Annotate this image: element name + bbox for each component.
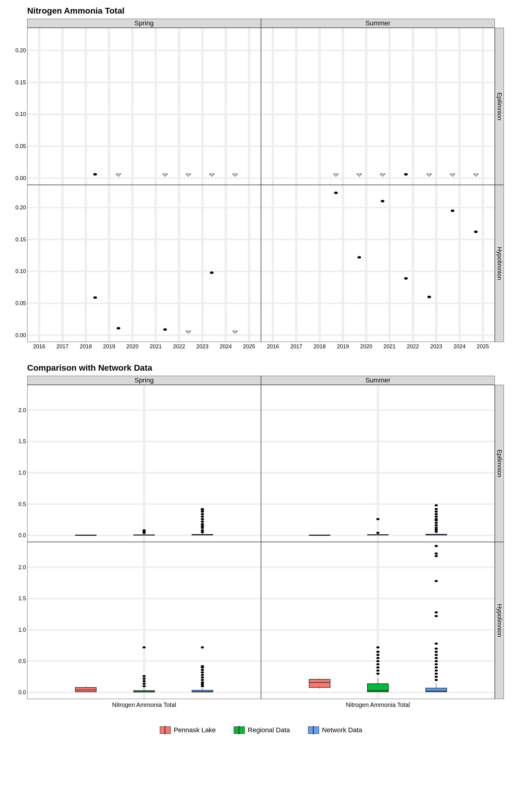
svg-point-161 (143, 675, 146, 677)
xcat-summer: Nitrogen Ammonia Total (261, 702, 495, 708)
svg-point-204 (435, 669, 438, 672)
bottom-title: Comparison with Network Data (27, 363, 516, 373)
svg-point-160 (143, 677, 146, 680)
svg-point-79 (334, 191, 338, 194)
svg-point-115 (201, 508, 204, 510)
svg-point-81 (381, 200, 384, 202)
svg-marker-36 (334, 174, 338, 177)
legend-regional: Regional Data (234, 726, 290, 734)
col-strip-summer: Summer (261, 19, 495, 28)
svg-point-142 (435, 510, 438, 513)
svg-point-134 (435, 529, 438, 531)
bottom-grid: Results (mg/L) Spring Summer 0.00.51.01.… (27, 376, 504, 708)
svg-point-189 (376, 672, 380, 674)
panel-summer-epi (261, 28, 495, 185)
bottom-chart: Comparison with Network Data Results (mg… (6, 363, 516, 708)
svg-point-190 (376, 669, 380, 672)
col-strip-spring2: Spring (27, 376, 261, 385)
svg-marker-17 (163, 174, 167, 177)
svg-point-80 (357, 256, 361, 259)
svg-point-100 (143, 529, 146, 531)
svg-point-59 (117, 327, 120, 329)
svg-point-212 (435, 643, 438, 645)
svg-point-175 (201, 665, 204, 667)
bpanel-spring-epi: 0.00.51.01.52.0 (27, 385, 261, 542)
row-strip-epi2: Epilimnion (495, 385, 504, 542)
svg-point-140 (435, 515, 438, 517)
swatch-network (308, 727, 319, 734)
svg-point-157 (143, 685, 146, 687)
bpanel-spring-hypo: 0.00.51.01.52.0 Nitrogen Ammonia Total (27, 542, 261, 699)
svg-point-108 (201, 523, 204, 525)
xcat-spring: Nitrogen Ammonia Total (27, 702, 261, 708)
svg-rect-199 (426, 688, 446, 692)
panel-summer-hypo: 2016201720182019202020212022202320242025 (261, 185, 495, 342)
bpanel-summer-epi (261, 385, 495, 542)
legend-label-regional: Regional Data (248, 726, 290, 734)
svg-point-141 (435, 513, 438, 515)
svg-point-104 (201, 531, 204, 533)
svg-point-159 (143, 680, 146, 682)
svg-point-209 (435, 654, 438, 656)
svg-point-129 (376, 518, 380, 520)
svg-point-158 (143, 683, 146, 685)
svg-point-211 (435, 648, 438, 650)
svg-point-82 (404, 277, 407, 280)
row-strip-epi: Epilimnion (495, 28, 504, 185)
top-title: Nitrogen Ammonia Total (27, 6, 516, 16)
svg-marker-63 (233, 331, 237, 333)
svg-marker-42 (474, 174, 478, 177)
row-strip-hypo2: Hypolimnion (495, 542, 504, 699)
svg-point-60 (163, 328, 167, 331)
svg-marker-40 (427, 174, 431, 177)
svg-point-202 (435, 676, 438, 678)
svg-point-210 (435, 651, 438, 653)
svg-point-171 (201, 674, 204, 676)
svg-point-112 (201, 513, 204, 515)
svg-point-137 (435, 522, 438, 524)
col-strip-spring: Spring (27, 19, 261, 28)
svg-marker-19 (209, 174, 214, 177)
svg-point-214 (435, 611, 438, 613)
svg-rect-184 (309, 679, 330, 688)
svg-point-113 (201, 510, 204, 513)
svg-point-62 (210, 271, 214, 274)
svg-point-105 (201, 529, 204, 531)
svg-point-207 (435, 660, 438, 662)
svg-point-162 (143, 646, 146, 648)
svg-point-109 (201, 521, 204, 523)
svg-point-83 (427, 296, 431, 298)
svg-point-197 (376, 646, 380, 648)
svg-point-139 (435, 518, 438, 520)
svg-point-107 (201, 525, 204, 527)
svg-point-172 (201, 671, 204, 673)
legend: Pennask Lake Regional Data Network Data (6, 726, 516, 734)
svg-point-110 (201, 518, 204, 520)
svg-point-170 (201, 676, 204, 678)
panel-spring-epi: 0.000.050.100.150.20 (27, 28, 261, 185)
legend-network: Network Data (308, 726, 362, 734)
svg-point-15 (93, 173, 97, 176)
svg-point-84 (451, 209, 454, 212)
svg-point-176 (201, 646, 204, 648)
top-chart: Nitrogen Ammonia Total Result (mg/L) Spr… (6, 6, 516, 351)
svg-rect-152 (75, 688, 96, 692)
svg-point-173 (201, 669, 204, 671)
panel-spring-hypo: 0.000.050.100.150.20 2016201720182019202… (27, 185, 261, 342)
svg-marker-38 (380, 174, 385, 177)
svg-point-216 (435, 555, 438, 557)
svg-point-203 (435, 672, 438, 674)
svg-marker-20 (233, 174, 237, 177)
svg-point-58 (93, 296, 97, 299)
svg-point-196 (376, 651, 380, 653)
svg-point-135 (435, 527, 438, 529)
svg-point-193 (376, 660, 380, 662)
svg-point-39 (404, 173, 407, 176)
swatch-regional (234, 727, 245, 734)
svg-point-206 (435, 663, 438, 665)
svg-point-168 (201, 682, 204, 684)
svg-point-201 (435, 679, 438, 681)
svg-point-136 (435, 524, 438, 527)
svg-point-128 (376, 532, 380, 534)
svg-marker-61 (186, 331, 190, 333)
